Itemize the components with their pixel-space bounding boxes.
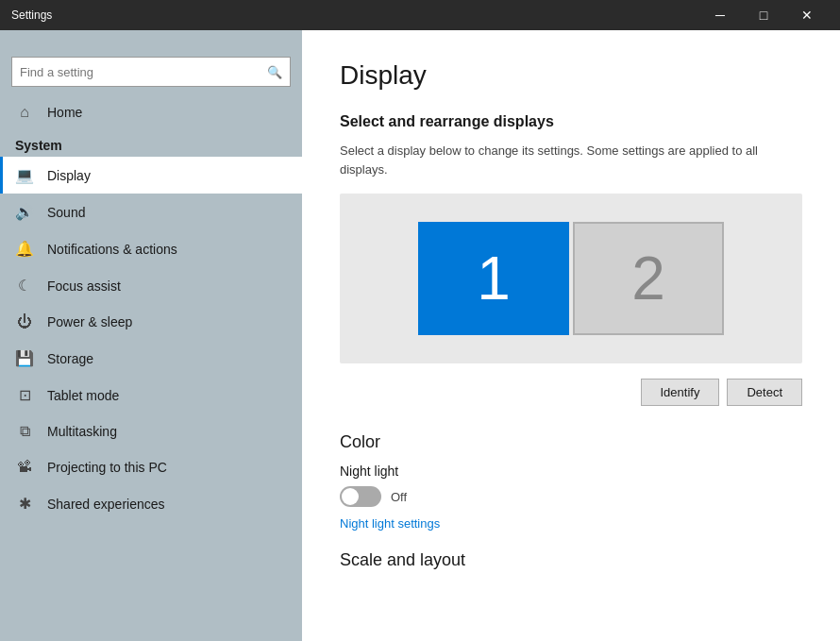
sidebar-header [0,30,302,53]
tablet-icon: ⊡ [15,386,34,404]
title-bar: Settings ─ □ ✕ [0,0,840,30]
main-content: Display Select and rearrange displays Se… [302,30,840,641]
search-icon: 🔍 [267,65,282,79]
select-displays-title: Select and rearrange displays [340,113,802,130]
sidebar-item-focus[interactable]: ☾ Focus assist [0,267,302,304]
night-light-settings-link[interactable]: Night light settings [340,516,440,531]
sidebar-item-shared[interactable]: ✱ Shared experiences [0,485,302,522]
toggle-knob [342,488,359,505]
monitor-1[interactable]: 1 [418,222,569,335]
sidebar-item-storage-label: Storage [47,351,93,366]
toggle-state-label: Off [391,490,407,504]
sidebar-item-projecting[interactable]: 📽 Projecting to this PC [0,449,302,485]
sidebar-item-home-label: Home [47,105,82,120]
select-displays-desc: Select a display below to change its set… [340,142,802,178]
monitor-2-number: 2 [631,244,665,313]
display-preview: 1 2 [340,194,802,363]
sidebar-item-multitasking-label: Multitasking [47,424,117,439]
color-section: Color Night light Off Night light settin… [340,432,802,531]
sidebar-item-home[interactable]: ⌂ Home [0,94,302,130]
color-title: Color [340,432,802,452]
sidebar-item-power[interactable]: ⏻ Power & sleep [0,304,302,340]
night-light-toggle[interactable] [340,486,381,507]
sidebar-item-focus-label: Focus assist [47,278,121,294]
home-icon: ⌂ [15,104,34,121]
sidebar-item-notifications-label: Notifications & actions [47,242,177,257]
sidebar-item-power-label: Power & sleep [47,314,132,329]
sidebar-item-sound[interactable]: 🔊 Sound [0,194,302,230]
sidebar-item-multitasking[interactable]: ⧉ Multitasking [0,413,302,449]
night-light-label: Night light [340,464,802,479]
minimize-button[interactable]: ─ [698,0,742,30]
app-container: 🔍 ⌂ Home System 💻 Display 🔊 Sound 🔔 Noti… [0,30,840,641]
sidebar-item-sound-label: Sound [47,205,85,220]
sidebar-item-notifications[interactable]: 🔔 Notifications & actions [0,230,302,267]
search-input[interactable] [20,65,267,79]
sidebar-item-shared-label: Shared experiences [47,497,165,512]
page-title: Display [340,60,802,91]
search-box[interactable]: 🔍 [11,57,291,87]
sidebar-item-tablet-label: Tablet mode [47,388,119,403]
sidebar-item-storage[interactable]: 💾 Storage [0,340,302,377]
sidebar-item-display-label: Display [47,168,91,183]
system-section-label: System [0,130,302,157]
display-btn-row: Identify Detect [340,379,802,406]
notifications-icon: 🔔 [15,240,34,258]
focus-icon: ☾ [15,277,34,295]
storage-icon: 💾 [15,349,34,367]
sound-icon: 🔊 [15,203,34,221]
monitor-2[interactable]: 2 [573,222,724,335]
power-icon: ⏻ [15,313,34,330]
window-controls: ─ □ ✕ [698,0,829,30]
monitor-1-number: 1 [477,244,511,313]
multitasking-icon: ⧉ [15,423,34,440]
sidebar-item-display[interactable]: 💻 Display [0,157,302,194]
night-light-toggle-row: Off [340,486,802,507]
sidebar: 🔍 ⌂ Home System 💻 Display 🔊 Sound 🔔 Noti… [0,30,302,641]
detect-button[interactable]: Detect [727,379,802,406]
maximize-button[interactable]: □ [742,0,785,30]
app-title: Settings [11,8,698,22]
sidebar-item-projecting-label: Projecting to this PC [47,460,167,475]
sidebar-item-tablet[interactable]: ⊡ Tablet mode [0,377,302,413]
identify-button[interactable]: Identify [641,379,720,406]
shared-icon: ✱ [15,495,34,513]
scale-layout-title: Scale and layout [340,550,802,570]
close-button[interactable]: ✕ [785,0,829,30]
display-icon: 💻 [15,166,34,184]
projecting-icon: 📽 [15,459,34,476]
